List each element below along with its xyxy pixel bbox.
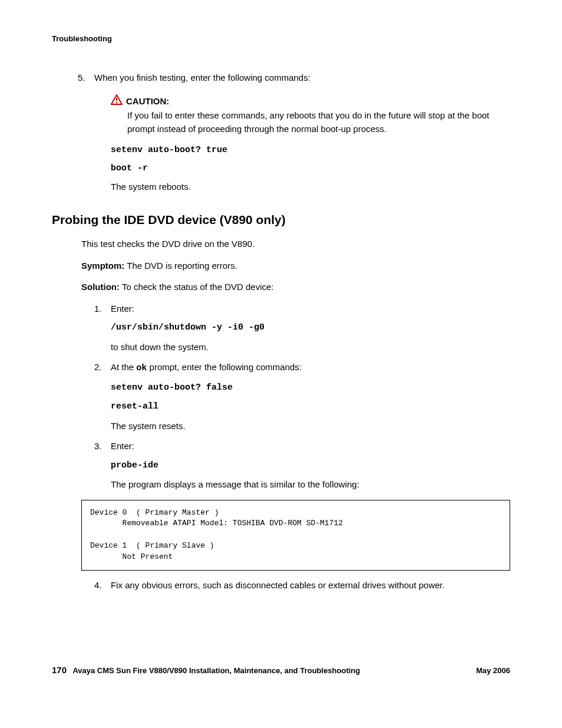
symptom-text: The DVD is reporting errors. — [124, 261, 237, 271]
step-4: Fix any obvious errors, such as disconne… — [111, 579, 510, 592]
step-2-post: prompt, enter the following commands: — [147, 362, 302, 372]
cmd-setenv-false: setenv auto-boot? false — [111, 381, 510, 395]
step-5-text: When you finish testing, enter the follo… — [94, 73, 310, 83]
step-3-tail: The program displays a message that is s… — [111, 478, 510, 492]
symptom-line: Symptom: The DVD is reporting errors. — [52, 259, 510, 273]
solution-label: Solution: — [81, 282, 120, 292]
page-footer: 170 Avaya CMS Sun Fire V880/V890 Install… — [52, 665, 510, 675]
step-3-lead: Enter: — [111, 441, 134, 451]
caution-block: CAUTION: If you fail to enter these comm… — [111, 94, 510, 136]
cmd-shutdown: /usr/sbin/shutdown -y -i0 -g0 — [111, 321, 510, 335]
section-intro: This test checks the DVD drive on the V8… — [52, 238, 510, 251]
step-1: Enter: /usr/sbin/shutdown -y -i0 -g0 to … — [111, 302, 510, 354]
section-heading: Probing the IDE DVD device (V890 only) — [52, 213, 510, 227]
step-2-tail: The system resets. — [111, 420, 510, 433]
terminal-output: Device 0 ( Primary Master ) Removeable A… — [81, 500, 510, 571]
footer-title: Avaya CMS Sun Fire V880/V890 Installatio… — [72, 666, 360, 675]
step-5-result: The system reboots. — [111, 180, 510, 193]
cmd-reset-all: reset-all — [111, 400, 510, 414]
step-1-lead: Enter: — [111, 304, 134, 314]
cmd-probe-ide: probe-ide — [111, 459, 510, 473]
ok-prompt: ok — [136, 363, 147, 373]
step-2: At the ok prompt, enter the following co… — [111, 361, 510, 433]
step-3: Enter: probe-ide The program displays a … — [111, 440, 510, 492]
step-1-tail: to shut down the system. — [111, 341, 510, 354]
caution-body: If you fail to enter these commands, any… — [127, 109, 510, 136]
caution-label: CAUTION: — [126, 95, 169, 107]
solution-text: To check the status of the DVD device: — [120, 282, 274, 292]
footer-date: May 2006 — [476, 666, 510, 675]
page-number: 170 — [52, 665, 67, 675]
warning-icon — [111, 94, 123, 108]
step-2-pre: At the — [111, 362, 136, 372]
cmd-setenv-true: setenv auto-boot? true — [111, 144, 510, 156]
step-4-text: Fix any obvious errors, such as disconne… — [111, 580, 445, 590]
running-header: Troubleshooting — [52, 34, 510, 43]
solution-line: Solution: To check the status of the DVD… — [52, 281, 510, 294]
step-5: When you finish testing, enter the follo… — [94, 71, 510, 193]
cmd-boot-r: boot -r — [111, 162, 510, 174]
svg-point-2 — [116, 102, 117, 103]
symptom-label: Symptom: — [81, 261, 124, 271]
